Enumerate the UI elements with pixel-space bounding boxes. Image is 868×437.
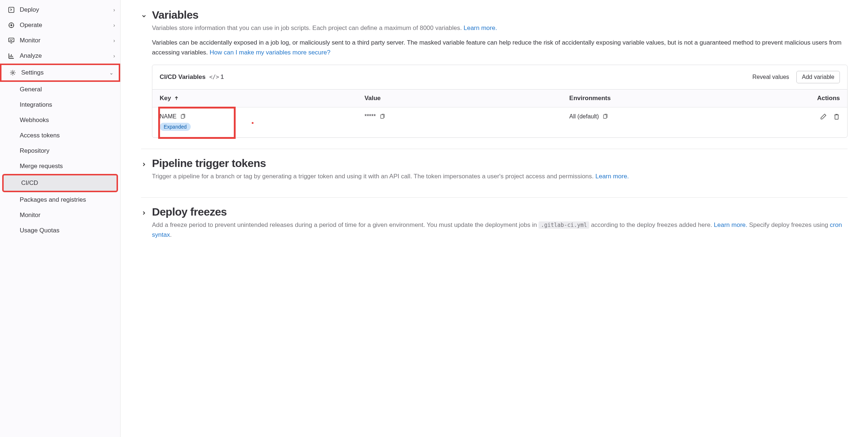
sidebar: Deploy › Operate › Monitor › Analyze › S… xyxy=(0,0,121,437)
sidebar-item-deploy[interactable]: Deploy › xyxy=(0,2,120,18)
collapse-toggle[interactable] xyxy=(141,13,147,19)
sidebar-sub-general[interactable]: General xyxy=(0,82,120,97)
section-triggers: Pipeline trigger tokens Trigger a pipeli… xyxy=(141,157,848,186)
svg-rect-5 xyxy=(181,115,184,118)
expanded-badge: Expanded xyxy=(160,123,191,131)
section-variables: Variables Variables store information th… xyxy=(141,9,848,138)
sidebar-label: Monitor xyxy=(20,37,41,44)
main-content: Variables Variables store information th… xyxy=(121,0,868,437)
svg-rect-7 xyxy=(604,115,606,118)
table-row: NAME Expanded ***** All (default) xyxy=(152,107,847,137)
cell-environments: All (default) xyxy=(569,113,774,120)
delete-button[interactable] xyxy=(833,113,840,120)
variables-desc1: Variables store information that you can… xyxy=(152,23,848,33)
section-freezes: Deploy freezes Add a freeze period to pr… xyxy=(141,206,848,245)
sidebar-sub-packages[interactable]: Packages and registries xyxy=(0,192,120,208)
table-header: Key Value Environments Actions xyxy=(152,90,847,107)
th-key[interactable]: Key xyxy=(160,95,365,102)
sidebar-sub-cicd[interactable]: CI/CD xyxy=(2,174,118,192)
card-header: CI/CD Variables </> 1 Reveal values Add … xyxy=(152,65,847,90)
sidebar-label: Deploy xyxy=(20,6,39,14)
red-dot-marker xyxy=(252,122,254,124)
sort-asc-icon xyxy=(174,96,179,101)
divider xyxy=(141,197,848,198)
divider xyxy=(141,149,848,149)
monitor-icon xyxy=(7,37,15,45)
copy-icon[interactable] xyxy=(380,114,385,119)
th-environments: Environments xyxy=(569,95,774,102)
sidebar-label: Settings xyxy=(21,69,43,76)
sidebar-sub-webhooks[interactable]: Webhooks xyxy=(0,113,120,128)
copy-icon[interactable] xyxy=(602,114,608,119)
th-actions: Actions xyxy=(774,95,840,102)
freezes-heading: Deploy freezes xyxy=(152,206,848,218)
variables-count: 1 xyxy=(221,74,224,80)
svg-point-4 xyxy=(12,72,14,74)
chevron-right-icon: › xyxy=(113,7,115,13)
triggers-heading: Pipeline trigger tokens xyxy=(152,157,848,170)
sidebar-sub-usage-quotas[interactable]: Usage Quotas xyxy=(0,223,120,238)
card-title: CI/CD Variables xyxy=(160,73,206,81)
edit-button[interactable] xyxy=(820,113,827,120)
sidebar-item-analyze[interactable]: Analyze › xyxy=(0,48,120,64)
deploy-icon xyxy=(7,6,15,14)
chevron-right-icon: › xyxy=(113,53,115,59)
code-filename: .gitlab-ci.yml xyxy=(538,221,589,229)
learn-more-link[interactable]: Learn more. xyxy=(464,24,497,31)
triggers-desc: Trigger a pipeline for a branch or tag b… xyxy=(152,172,848,181)
variable-value-masked: ***** xyxy=(365,113,376,120)
variables-card: CI/CD Variables </> 1 Reveal values Add … xyxy=(152,65,848,138)
analyze-icon xyxy=(7,52,15,60)
sidebar-item-operate[interactable]: Operate › xyxy=(0,18,120,33)
cell-value: ***** xyxy=(365,113,570,120)
cell-key: NAME Expanded xyxy=(160,113,365,131)
learn-more-link[interactable]: Learn more. xyxy=(595,173,629,180)
chevron-right-icon: › xyxy=(113,22,115,28)
svg-rect-3 xyxy=(9,38,14,42)
chevron-right-icon: › xyxy=(113,38,115,43)
variable-key: NAME xyxy=(160,113,176,120)
variables-heading: Variables xyxy=(152,9,848,21)
sidebar-sub-merge-requests[interactable]: Merge requests xyxy=(0,159,120,174)
sidebar-label: Analyze xyxy=(20,52,42,60)
svg-rect-6 xyxy=(381,115,384,118)
code-icon: </> xyxy=(209,74,219,80)
add-variable-button[interactable]: Add variable xyxy=(796,71,840,83)
cell-actions xyxy=(774,113,840,120)
copy-icon[interactable] xyxy=(180,114,186,119)
operate-icon xyxy=(7,21,15,29)
expand-toggle[interactable] xyxy=(141,162,147,167)
sidebar-sub-integrations[interactable]: Integrations xyxy=(0,97,120,113)
freezes-desc: Add a freeze period to prevent unintende… xyxy=(152,220,848,240)
svg-point-2 xyxy=(11,24,12,26)
variable-env: All (default) xyxy=(569,113,599,120)
sidebar-sub-access-tokens[interactable]: Access tokens xyxy=(0,128,120,143)
sidebar-item-monitor[interactable]: Monitor › xyxy=(0,33,120,48)
sidebar-sub-repository[interactable]: Repository xyxy=(0,143,120,159)
chevron-down-icon: ⌄ xyxy=(109,70,114,76)
th-value: Value xyxy=(365,95,570,102)
sidebar-item-settings[interactable]: Settings ⌄ xyxy=(0,64,120,82)
variables-desc2: Variables can be accidentally exposed in… xyxy=(152,38,848,57)
secure-variables-link[interactable]: How can I make my variables more secure? xyxy=(210,49,331,56)
gear-icon xyxy=(9,69,17,77)
learn-more-link[interactable]: Learn more. xyxy=(714,221,747,228)
reveal-values-button[interactable]: Reveal values xyxy=(753,74,789,80)
expand-toggle[interactable] xyxy=(141,210,147,216)
sidebar-sub-monitor[interactable]: Monitor xyxy=(0,208,120,223)
sidebar-label: Operate xyxy=(20,22,42,29)
